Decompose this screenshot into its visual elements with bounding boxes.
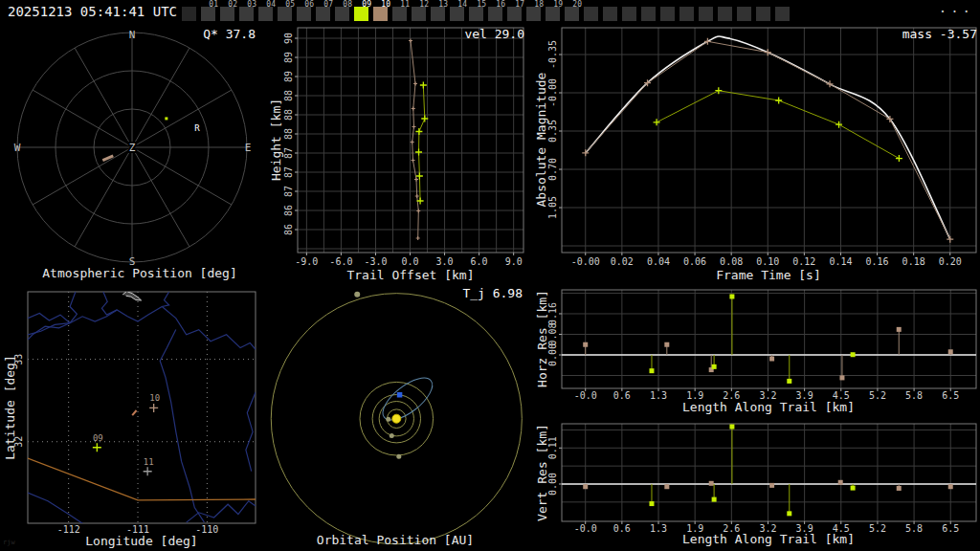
- frame-tab-08[interactable]: 08: [335, 7, 349, 21]
- vertres-ylabel: Vert Res [km]: [535, 329, 550, 551]
- frame-tab-number: 07: [323, 1, 333, 9]
- atmospheric-track: [102, 156, 113, 161]
- radiant-point: [165, 117, 167, 120]
- stem-marker: [664, 342, 669, 347]
- svg-text:5.8: 5.8: [905, 390, 923, 401]
- svg-text:0.06: 0.06: [683, 256, 706, 267]
- svg-text:-9.0: -9.0: [295, 256, 318, 267]
- planet-venus: [390, 433, 394, 438]
- frame-tab-20[interactable]: 20: [565, 7, 579, 21]
- series-station-09: [649, 294, 855, 383]
- svg-text:86: 86: [283, 224, 294, 235]
- frametime-xlabel: Frame Time [s]: [625, 269, 912, 282]
- frame-tab-03[interactable]: 03: [239, 7, 254, 21]
- frame-tab-blank[interactable]: [660, 7, 675, 21]
- frame-tab-16[interactable]: 16: [488, 7, 502, 21]
- frame-tab-blank[interactable]: [584, 7, 598, 21]
- frame-tab-10[interactable]: 10: [373, 7, 388, 21]
- stem-marker: [664, 484, 669, 489]
- frame-tab-blank[interactable]: [641, 7, 656, 21]
- svg-text:0.0: 0.0: [401, 256, 418, 267]
- svg-text:-0.0: -0.0: [574, 390, 597, 401]
- frame-tab-12[interactable]: 12: [412, 7, 426, 21]
- svg-text:0.6: 0.6: [613, 390, 631, 401]
- stem-marker: [583, 342, 588, 347]
- radiant-label: R: [194, 123, 200, 133]
- frame-tab-blank[interactable]: [756, 7, 770, 21]
- frame-tab-number: 02: [228, 1, 237, 9]
- latitude-ylabel: Latitude [deg]: [3, 264, 18, 551]
- meteoroid-orbit: [376, 370, 439, 428]
- svg-text:0.16: 0.16: [866, 256, 889, 267]
- svg-text:6.0: 6.0: [471, 256, 488, 267]
- stem-marker: [712, 364, 717, 369]
- overflow-menu[interactable]: ...: [939, 0, 974, 15]
- panel-atmospheric: NSWEZR: [14, 29, 252, 268]
- frame-tab-blank[interactable]: [679, 7, 694, 21]
- stem-marker: [851, 352, 856, 357]
- svg-text:-0.0: -0.0: [574, 523, 597, 534]
- svg-text:88: 88: [283, 109, 294, 121]
- frame-tab-blank[interactable]: [775, 7, 790, 21]
- stem-marker: [948, 484, 953, 489]
- frame-tab-number: 15: [477, 1, 486, 9]
- panel-ground-map: -112-111-1103332091011: [13, 292, 256, 535]
- svg-text:W: W: [14, 142, 21, 154]
- stat-qstar: Q* 37.8: [0, 28, 256, 41]
- panel-trail_offset: -9.0-6.0-3.00.03.06.09.09089898888888787…: [283, 28, 523, 267]
- frame-tab-number: 20: [572, 1, 582, 9]
- svg-text:0.04: 0.04: [647, 256, 670, 267]
- frame-tab-number: 01: [209, 1, 218, 9]
- panel-orbital: [271, 292, 522, 544]
- frame-tab-09[interactable]: 09: [354, 7, 368, 21]
- frame-tab-blank[interactable]: [603, 7, 617, 21]
- frame-tab-15[interactable]: 15: [469, 7, 483, 21]
- orbital-title: Orbital Position [AU]: [252, 534, 539, 547]
- frame-tab-07[interactable]: 07: [316, 7, 330, 21]
- stem-marker: [769, 357, 774, 362]
- trail-xlabel: Trail Offset [km]: [267, 269, 554, 282]
- top-bar: 20251213 05:41:41 UTC 010203040506070809…: [0, 0, 980, 24]
- svg-text:0.20: 0.20: [939, 256, 962, 267]
- frame-tab-06[interactable]: 06: [297, 7, 311, 21]
- svg-text:0.18: 0.18: [902, 256, 925, 267]
- frame-tab-blank[interactable]: [182, 7, 196, 21]
- svg-text:-6.0: -6.0: [329, 256, 352, 267]
- frame-tab-13[interactable]: 13: [431, 7, 445, 21]
- station-10: 10: [149, 393, 160, 412]
- frame-tab-blank[interactable]: [699, 7, 713, 21]
- stem-marker: [712, 497, 717, 502]
- svg-text:-110: -110: [195, 524, 218, 535]
- frame-tab-blank[interactable]: [622, 7, 636, 21]
- svg-text:11: 11: [144, 457, 154, 467]
- earth-marker: [397, 392, 403, 398]
- stem-marker: [583, 484, 588, 489]
- svg-text:88: 88: [283, 90, 294, 101]
- frame-tab-number: 14: [457, 1, 467, 9]
- map-features: [28, 292, 256, 526]
- svg-text:89: 89: [283, 52, 294, 63]
- frame-tab-blank[interactable]: [737, 7, 751, 21]
- svg-text:3.0: 3.0: [436, 256, 454, 267]
- frame-tab-number: 19: [553, 1, 563, 9]
- svg-text:86: 86: [283, 205, 294, 216]
- frame-tab-17[interactable]: 17: [507, 7, 522, 21]
- stem-marker: [838, 480, 843, 485]
- station-11: 11: [144, 457, 154, 476]
- stat-mass: mass -3.57: [690, 28, 977, 41]
- stem-marker: [948, 349, 953, 354]
- lake-outline: [122, 292, 142, 300]
- stem-marker: [709, 481, 714, 486]
- frame-tab-02[interactable]: 02: [220, 7, 234, 21]
- frame-tab-01[interactable]: 01: [201, 7, 215, 21]
- frame-tab-blank[interactable]: [718, 7, 732, 21]
- svg-text:9.0: 9.0: [505, 256, 523, 267]
- svg-text:-112: -112: [57, 524, 80, 535]
- frame-tab-14[interactable]: 14: [450, 7, 464, 21]
- frame-tab-number: 03: [247, 1, 256, 9]
- svg-text:0.12: 0.12: [792, 256, 815, 267]
- frame-tab-11[interactable]: 11: [392, 7, 407, 21]
- stem-marker: [897, 327, 902, 332]
- atmospheric-title: Atmospheric Position [deg]: [0, 267, 283, 280]
- frame-tab-number: 08: [343, 1, 352, 9]
